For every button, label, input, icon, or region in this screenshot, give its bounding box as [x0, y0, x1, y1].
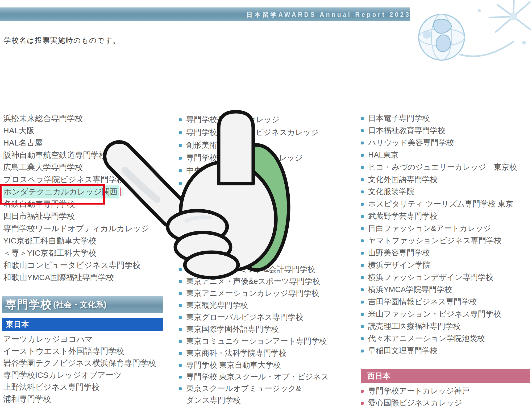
bullet-icon — [361, 301, 364, 304]
bullet-icon — [361, 166, 364, 169]
bullet-icon — [361, 264, 364, 267]
list-item: 岩谷学園テクノビジネス横浜保育専門学校 — [3, 357, 156, 369]
list-item: 日本福祉教育専門学校 — [361, 124, 445, 137]
bullet-icon — [361, 252, 364, 255]
bullet-icon — [361, 178, 364, 181]
bullet-icon — [179, 364, 182, 367]
bullet-icon — [361, 215, 364, 218]
category-title: 専門学校 — [5, 297, 52, 312]
bullet-icon — [179, 376, 182, 379]
list-item: 山野美容専門学校 — [361, 247, 430, 259]
bullet-icon — [179, 328, 182, 331]
bullet-icon — [179, 387, 182, 390]
list-item: 日本電子専門学校 — [361, 112, 430, 124]
list-item: 専門学校ICSカレッジオブアーツ — [3, 369, 122, 381]
pointing-hand-icon — [101, 106, 295, 285]
bullet-icon — [179, 352, 182, 355]
list-item: 専門学校アートカレッジ神戸 — [361, 385, 469, 397]
bullet-icon — [361, 288, 364, 291]
list-item: 広島工業大学専門学校 — [3, 161, 83, 173]
list-item: 阪神自動車航空鉄道専門学校 — [3, 149, 107, 161]
list-item: 四日市福祉専門学校 — [3, 210, 75, 222]
list-item: ヤマトファッションビジネス専門学校 — [361, 235, 502, 247]
list-item: 東京コミュニケーションアート専門学校 — [179, 335, 327, 347]
list-item: 愛心国際ビジネスカレッジ — [361, 397, 462, 409]
report-page: 日本留学AWARDS Annual Report 2023 学校名は投票実施時の… — [0, 0, 532, 411]
list-item: HAL大阪 — [3, 124, 35, 137]
list-item: 目白ファッション&アートカレッジ — [361, 222, 491, 235]
bullet-icon — [179, 340, 182, 343]
list-item: 専門学校 東京自動車大学校 — [179, 359, 281, 371]
list-item: 名鉄自動車専門学校 — [3, 198, 75, 210]
bullet-icon — [361, 142, 364, 144]
list-item: 文化外国語専門学校 — [361, 173, 438, 186]
bullet-icon — [361, 337, 364, 340]
list-item: 米山ファッション・ビジネス専門学校 — [361, 308, 501, 320]
list-item: 東京国際学園外語専門学校 — [179, 323, 279, 335]
list-item: イーストウエスト外国語専門学校 — [3, 345, 124, 357]
bullet-icon — [179, 316, 182, 319]
list-item: ハリウッド美容専門学校 — [361, 137, 454, 149]
list-item: 浜松未来総合専門学校 — [3, 112, 83, 124]
list-item: 横浜デザイン学院 — [361, 259, 431, 271]
list-item: 代々木アニメーション学院池袋校 — [361, 333, 485, 345]
list-item-continuation: ダンス専門学校 — [179, 394, 241, 406]
bullet-icon — [361, 276, 364, 279]
globe-icon — [410, 0, 532, 64]
header-bar: 日本留学AWARDS Annual Report 2023 — [0, 7, 415, 21]
list-item: 東京商科・法科学院専門学校 — [179, 347, 286, 359]
bullet-icon — [361, 117, 364, 120]
region-header-west: 西日本 — [361, 369, 530, 383]
list-item: アーツカレッジヨコハマ — [3, 333, 93, 345]
list-item: 武蔵野学芸専門学校 — [361, 210, 438, 222]
report-title: 日本留学AWARDS Annual Report 2023 — [247, 7, 411, 21]
list-item: 和歌山YMCA国際福祉専門学校 — [3, 271, 114, 284]
bullet-icon — [361, 129, 364, 132]
category-header: 専門学校 (社会・文化系) — [2, 296, 163, 313]
list-item: 横浜ファッションデザイン専門学校 — [361, 271, 493, 284]
list-item: 浦和専門学校 — [3, 393, 51, 405]
list-item: 横浜YMCA学院専門学校 — [361, 284, 452, 296]
list-item: ＜専＞YIC京都工科大学校 — [3, 247, 96, 259]
list-item: 東京アニメーションカレッジ専門学校 — [179, 287, 319, 300]
list-item: 東京グローバルビジネス専門学校 — [179, 311, 303, 323]
bullet-icon — [179, 304, 182, 307]
bullet-icon — [361, 402, 364, 405]
bullet-icon — [179, 292, 182, 295]
list-item: 専門学校 東京スクール・オブ・ビジネス — [179, 371, 329, 383]
bullet-icon — [361, 203, 364, 206]
divider-line — [8, 103, 527, 103]
list-item: HAL名古屋 — [3, 137, 43, 149]
bullet-icon — [361, 390, 364, 393]
bullet-icon — [361, 313, 364, 316]
list-item: 東京観光専門学校 — [179, 299, 248, 312]
list-item: 文化服装学院 — [361, 186, 414, 198]
list-item: 東京スクールオブミュージック& — [179, 383, 301, 395]
category-subtitle: (社会・文化系) — [53, 299, 106, 310]
bullet-icon — [361, 350, 364, 352]
list-item: ホスピタリティ ツーリズム専門学校 東京 — [361, 198, 513, 210]
region-header-east: 東日本 — [2, 318, 163, 331]
list-item: 読売理工医療福祉専門学校 — [361, 320, 461, 333]
list-item: HAL東京 — [361, 149, 398, 161]
bullet-icon — [361, 227, 364, 230]
list-item: 上野法科ビジネス専門学校 — [3, 381, 100, 393]
bullet-icon — [361, 154, 364, 157]
bullet-icon — [361, 190, 364, 193]
bullet-icon — [361, 239, 364, 242]
list-item: 早稲田文理専門学校 — [361, 345, 438, 357]
list-item: YIC京都工科自動車大学校 — [3, 235, 96, 247]
note-text: 学校名は投票実施時のものです。 — [4, 36, 120, 45]
list-item: ヒコ・みづのジュエリーカレッジ 東京校 — [361, 161, 517, 173]
list-item: 吉田学園情報ビジネス専門学校 — [361, 296, 477, 308]
bullet-icon — [361, 325, 364, 328]
